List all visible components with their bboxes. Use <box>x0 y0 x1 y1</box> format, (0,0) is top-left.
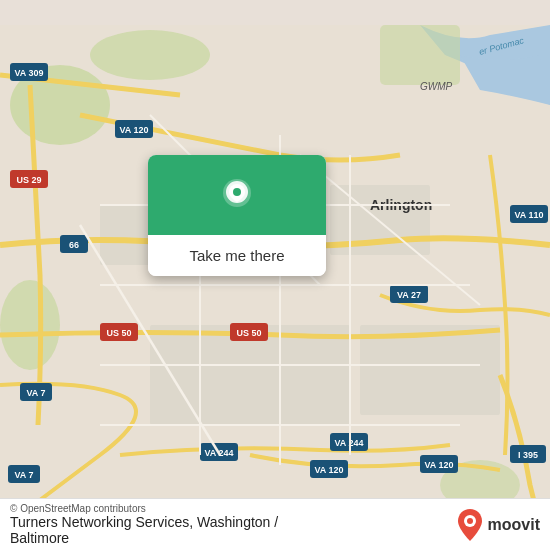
svg-text:US 50: US 50 <box>236 328 261 338</box>
copyright-text: © OpenStreetMap contributors <box>10 503 278 514</box>
svg-point-61 <box>467 518 473 524</box>
popup-header <box>148 155 326 235</box>
svg-point-2 <box>90 30 210 80</box>
popup-card: Take me there <box>148 155 326 276</box>
location-pin-icon <box>215 175 259 219</box>
svg-text:US 29: US 29 <box>16 175 41 185</box>
bottom-bar: © OpenStreetMap contributors Turners Net… <box>0 498 550 550</box>
svg-text:66: 66 <box>69 240 79 250</box>
map-container: VA 309 VA 120 US 29 66 I 66 US 50 US 50 … <box>0 0 550 550</box>
svg-text:VA 27: VA 27 <box>397 290 421 300</box>
svg-point-59 <box>233 188 241 196</box>
svg-text:US 50: US 50 <box>106 328 131 338</box>
svg-text:I 395: I 395 <box>518 450 538 460</box>
take-me-there-button[interactable]: Take me there <box>148 235 326 276</box>
svg-text:VA 7: VA 7 <box>26 388 45 398</box>
svg-text:VA 120: VA 120 <box>119 125 148 135</box>
svg-point-4 <box>0 280 60 370</box>
bottom-left-info: © OpenStreetMap contributors Turners Net… <box>10 503 278 546</box>
svg-text:VA 7: VA 7 <box>14 470 33 480</box>
svg-text:VA 110: VA 110 <box>514 210 543 220</box>
moovit-brand-name: moovit <box>488 516 540 534</box>
moovit-logo: moovit <box>456 509 540 541</box>
svg-text:VA 120: VA 120 <box>314 465 343 475</box>
svg-text:VA 120: VA 120 <box>424 460 453 470</box>
svg-rect-3 <box>380 25 460 85</box>
moovit-icon <box>456 509 484 541</box>
svg-text:GWMP: GWMP <box>420 81 453 92</box>
location-name: Turners Networking Services, Washington … <box>10 514 278 546</box>
svg-text:VA 309: VA 309 <box>14 68 43 78</box>
